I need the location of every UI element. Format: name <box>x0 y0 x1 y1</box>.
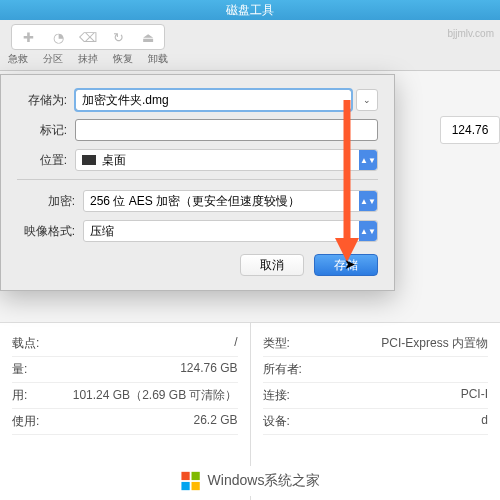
window-title: 磁盘工具 <box>0 0 500 20</box>
chevron-updown-icon: ▲▼ <box>359 221 377 241</box>
tags-label: 标记: <box>17 122 67 139</box>
svg-rect-3 <box>192 472 200 480</box>
partition-icon[interactable]: ◔ <box>44 27 72 47</box>
info-val: 26.2 GB <box>193 413 237 430</box>
expand-button[interactable]: ⌄ <box>356 89 378 111</box>
location-label: 位置: <box>17 152 67 169</box>
restore-icon[interactable]: ↻ <box>104 27 132 47</box>
chevron-updown-icon: ▲▼ <box>359 150 377 170</box>
info-key: 所有者: <box>263 361 302 378</box>
svg-rect-4 <box>181 482 189 490</box>
info-key: 量: <box>12 361 27 378</box>
info-key: 连接: <box>263 387 290 404</box>
svg-rect-2 <box>181 472 189 480</box>
toolbar-label-5: 卸载 <box>148 52 168 66</box>
info-val: PCI-I <box>461 387 488 404</box>
windows-icon <box>180 470 202 492</box>
encryption-label: 加密: <box>17 193 75 210</box>
info-val: 124.76 GB <box>180 361 237 378</box>
info-key: 设备: <box>263 413 290 430</box>
separator <box>17 179 378 180</box>
encryption-value: 256 位 AES 加密（更安全但速度较慢） <box>90 193 300 210</box>
info-val: d <box>481 413 488 430</box>
save-as-input[interactable] <box>75 89 352 111</box>
cancel-button[interactable]: 取消 <box>240 254 304 276</box>
unmount-icon[interactable]: ⏏ <box>134 27 162 47</box>
save-button[interactable]: 存储 <box>314 254 378 276</box>
toolbar-label-4: 恢复 <box>113 52 133 66</box>
desktop-icon <box>82 155 96 165</box>
location-select[interactable]: 桌面 ▲▼ <box>75 149 378 171</box>
tags-input[interactable] <box>75 119 378 141</box>
info-val: 101.24 GB（2.69 GB 可清除） <box>73 387 238 404</box>
save-dialog: 存储为: ⌄ 标记: 位置: 桌面 ▲▼ 加密: 256 位 AES 加密（更安… <box>0 74 395 291</box>
info-key: 用: <box>12 387 27 404</box>
info-key: 使用: <box>12 413 39 430</box>
encryption-select[interactable]: 256 位 AES 加密（更安全但速度较慢） ▲▼ <box>83 190 378 212</box>
location-value: 桌面 <box>102 152 126 169</box>
toolbar-label-2: 分区 <box>43 52 63 66</box>
format-label: 映像格式: <box>17 223 75 240</box>
format-value: 压缩 <box>90 223 114 240</box>
info-key: 类型: <box>263 335 290 352</box>
info-key: 载点: <box>12 335 39 352</box>
footer-text: Windows系统之家 <box>208 472 321 490</box>
toolbar-label-1: 急救 <box>8 52 28 66</box>
save-as-label: 存储为: <box>17 92 67 109</box>
format-select[interactable]: 压缩 ▲▼ <box>83 220 378 242</box>
info-val: PCI-Express 内置物 <box>381 335 488 352</box>
footer-logo: Windows系统之家 <box>166 466 335 496</box>
toolbar-label-3: 抹掉 <box>78 52 98 66</box>
capacity-box: 124.76 <box>440 116 500 144</box>
chevron-updown-icon: ▲▼ <box>359 191 377 211</box>
erase-icon[interactable]: ⌫ <box>74 27 102 47</box>
toolbar: ✚ ◔ ⌫ ↻ ⏏ 急救 分区 抹掉 恢复 卸载 <box>0 20 500 71</box>
watermark-text: bjjmlv.com <box>448 28 494 39</box>
info-val: / <box>234 335 237 352</box>
first-aid-icon[interactable]: ✚ <box>14 27 42 47</box>
svg-rect-5 <box>192 482 200 490</box>
